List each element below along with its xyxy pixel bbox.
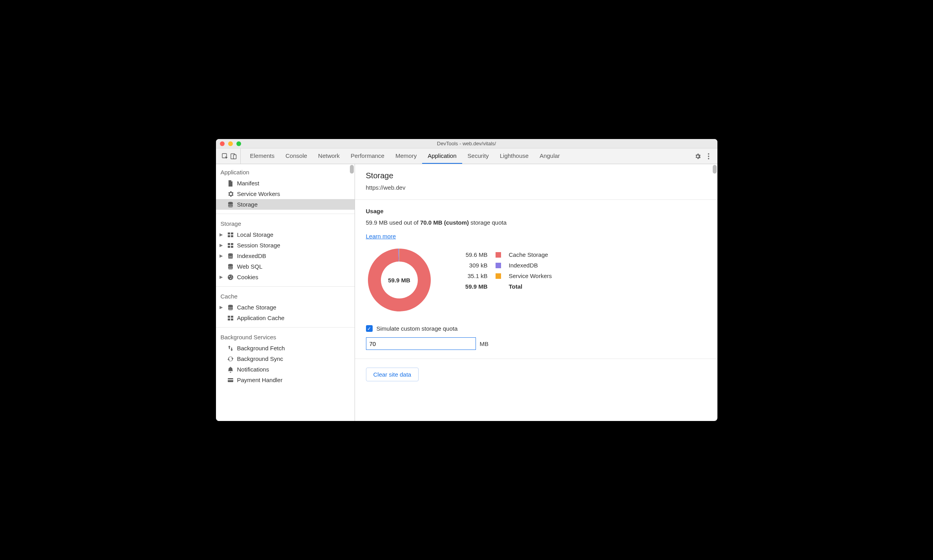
tab-network[interactable]: Network [313, 148, 345, 164]
clear-site-data-button[interactable]: Clear site data [366, 368, 419, 381]
close-window-button[interactable] [220, 141, 225, 146]
sidebar-item-web-sql[interactable]: Web SQL [216, 261, 355, 272]
legend-size: 59.6 MB [460, 251, 488, 258]
sidebar-item-storage[interactable]: Storage [216, 199, 355, 210]
minimize-window-button[interactable] [228, 141, 233, 146]
db-icon [227, 263, 234, 270]
gear-icon [227, 190, 234, 198]
svg-point-6 [228, 201, 233, 203]
sidebar-item-notifications[interactable]: Notifications [216, 364, 355, 375]
sidebar-divider [216, 286, 355, 287]
disclosure-triangle-icon[interactable]: ▶ [219, 232, 223, 237]
sidebar-item-service-workers[interactable]: Service Workers [216, 188, 355, 199]
updown-icon [227, 345, 234, 352]
tab-angular[interactable]: Angular [534, 148, 565, 164]
sidebar-divider [216, 327, 355, 328]
usage-legend: 59.6 MBCache Storage309 kBIndexedDB35.1 … [460, 251, 552, 290]
sidebar-item-label: Manifest [237, 180, 260, 187]
svg-point-3 [708, 153, 709, 155]
svg-rect-12 [231, 243, 233, 245]
device-toggle-icon[interactable] [230, 153, 237, 160]
simulate-quota-checkbox[interactable]: ✓ [366, 325, 373, 332]
svg-point-18 [229, 276, 230, 277]
quota-input[interactable] [366, 337, 476, 350]
sidebar-item-local-storage[interactable]: ▶Local Storage [216, 229, 355, 240]
svg-rect-10 [231, 235, 233, 237]
svg-point-16 [228, 264, 233, 265]
learn-more-link[interactable]: Learn more [366, 233, 396, 240]
sidebar-item-label: Application Cache [237, 315, 285, 321]
legend-swatch [496, 252, 501, 258]
sidebar-item-label: Cache Storage [237, 304, 276, 311]
simulate-quota-row[interactable]: ✓ Simulate custom storage quota [366, 325, 706, 332]
sidebar-item-label: Storage [237, 201, 258, 208]
db-icon [227, 201, 234, 208]
file-icon [227, 180, 234, 187]
sidebar-item-cookies[interactable]: ▶Cookies [216, 272, 355, 282]
inspect-element-icon[interactable] [221, 153, 229, 160]
sidebar-item-indexeddb[interactable]: ▶IndexedDB [216, 251, 355, 261]
settings-gear-icon[interactable] [694, 153, 701, 160]
svg-rect-8 [231, 232, 233, 234]
svg-rect-13 [228, 246, 230, 248]
tab-console[interactable]: Console [280, 148, 313, 164]
legend-swatch [496, 263, 501, 268]
more-menu-icon[interactable] [708, 153, 710, 160]
panel-origin: https://web.dev [366, 184, 706, 191]
svg-rect-14 [231, 246, 233, 248]
sidebar-item-label: Session Storage [237, 242, 280, 249]
tab-security[interactable]: Security [462, 148, 494, 164]
sidebar-item-background-fetch[interactable]: Background Fetch [216, 343, 355, 353]
sidebar-item-label: Background Fetch [237, 345, 285, 351]
svg-rect-24 [231, 316, 233, 318]
disclosure-triangle-icon[interactable]: ▶ [219, 305, 223, 310]
tab-performance[interactable]: Performance [345, 148, 390, 164]
sidebar-divider [216, 214, 355, 214]
usage-donut-chart: 59.9 MB [366, 247, 433, 313]
devtools-window: DevTools - web.dev/vitals/ ElementsConso… [216, 139, 717, 421]
sidebar-item-session-storage[interactable]: ▶Session Storage [216, 240, 355, 251]
tab-elements[interactable]: Elements [245, 148, 280, 164]
disclosure-triangle-icon[interactable]: ▶ [219, 253, 223, 258]
legend-size: 35.1 kB [460, 273, 488, 279]
storage-panel: Storage https://web.dev Usage 59.9 MB us… [355, 164, 717, 421]
tab-memory[interactable]: Memory [390, 148, 422, 164]
legend-total-size: 59.9 MB [460, 283, 488, 290]
svg-rect-2 [233, 155, 236, 159]
tab-lighthouse[interactable]: Lighthouse [494, 148, 534, 164]
disclosure-triangle-icon[interactable]: ▶ [219, 243, 223, 248]
svg-point-17 [228, 275, 233, 280]
window-title: DevTools - web.dev/vitals/ [437, 141, 496, 146]
svg-rect-7 [228, 232, 230, 234]
usage-summary: 59.9 MB used out of 70.0 MB (custom) sto… [366, 219, 706, 226]
sidebar-item-label: Notifications [237, 366, 269, 373]
usage-prefix: 59.9 MB used out of [366, 219, 420, 226]
tab-application[interactable]: Application [422, 148, 462, 164]
legend-size: 309 kB [460, 262, 488, 269]
sidebar-item-cache-storage[interactable]: ▶Cache Storage [216, 302, 355, 313]
svg-rect-26 [231, 318, 233, 320]
svg-point-4 [708, 156, 709, 157]
svg-rect-9 [228, 235, 230, 237]
disclosure-triangle-icon[interactable]: ▶ [219, 275, 223, 280]
sidebar-item-background-sync[interactable]: Background Sync [216, 353, 355, 364]
sidebar-item-label: Cookies [237, 274, 258, 280]
sidebar-item-label: Payment Handler [237, 377, 283, 383]
svg-rect-25 [228, 318, 230, 320]
legend-total-label: Total [509, 283, 552, 290]
svg-point-19 [231, 275, 231, 276]
sidebar-item-manifest[interactable]: Manifest [216, 178, 355, 188]
sidebar-item-payment-handler[interactable]: Payment Handler [216, 375, 355, 385]
zoom-window-button[interactable] [236, 141, 241, 146]
sidebar-scrollbar[interactable] [350, 165, 354, 174]
usage-quota: 70.0 MB (custom) [420, 219, 469, 226]
content-scrollbar[interactable] [713, 165, 717, 174]
legend-label: Cache Storage [509, 251, 552, 258]
devtools-tabbar: ElementsConsoleNetworkPerformanceMemoryA… [216, 148, 717, 164]
cookie-icon [227, 274, 234, 281]
legend-swatch [496, 273, 501, 279]
svg-rect-23 [228, 316, 230, 318]
window-controls [220, 141, 241, 146]
sidebar-item-application-cache[interactable]: Application Cache [216, 313, 355, 323]
usage-heading: Usage [366, 208, 706, 214]
